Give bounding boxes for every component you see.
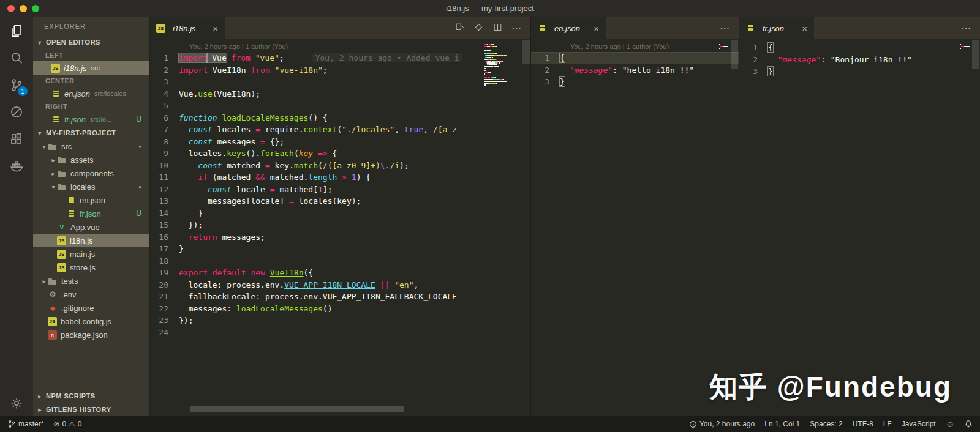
code-line[interactable]: 10 const matched = key.match(/([a-z0-9]+… — [150, 160, 530, 172]
code-line[interactable]: 7 const locales = require.context("./loc… — [150, 124, 530, 136]
minimize-window-button[interactable] — [20, 5, 27, 12]
code-line[interactable]: 20 locale: process.env.VUE_APP_I18N_LOCA… — [150, 279, 530, 291]
git-branch-status[interactable]: master* — [7, 420, 43, 428]
open-editor-fr.json[interactable]: fr.jsonsrc/lo...U — [33, 113, 149, 126]
open-editor-i18n.js[interactable]: JSi18n.jssrc — [33, 61, 149, 75]
code-line[interactable]: 16 return messages; — [150, 231, 530, 244]
file-store.js[interactable]: JSstore.js — [33, 261, 149, 274]
code-line[interactable]: 6function loadLocaleMessages() { — [150, 112, 530, 124]
code-line[interactable]: 2 "message": "Bonjour i18n !!" — [739, 54, 980, 66]
zoom-window-button[interactable] — [32, 5, 39, 12]
folder-locales[interactable]: ▾locales● — [33, 180, 149, 193]
code-line[interactable]: 5 — [150, 100, 530, 112]
minimap[interactable] — [484, 44, 521, 88]
folder-src[interactable]: ▾src● — [33, 140, 149, 153]
folder-tests[interactable]: ▸tests — [33, 274, 149, 288]
source-control-icon[interactable]: 1 — [7, 76, 26, 94]
file-babel.config.js[interactable]: JSbabel.config.js — [33, 315, 149, 328]
code-line[interactable]: 24 — [150, 327, 530, 339]
file-fr.json[interactable]: fr.jsonU — [33, 207, 149, 220]
vertical-scrollbar[interactable] — [971, 39, 980, 416]
vertical-scrollbar[interactable] — [522, 39, 530, 416]
code-line[interactable]: 1{ — [531, 52, 739, 64]
minimap[interactable] — [719, 44, 729, 50]
close-tab-icon[interactable]: × — [802, 23, 807, 34]
code-line[interactable]: 3} — [739, 65, 980, 78]
code-editor[interactable]: 1import Vue from "vue";You, 2 hours ago … — [150, 52, 530, 338]
code-line[interactable]: 18 — [150, 255, 530, 267]
code-line[interactable]: 13 messages[locale] = locales(key); — [150, 195, 530, 207]
horizontal-scrollbar[interactable] — [190, 406, 404, 412]
explorer-icon[interactable] — [7, 22, 26, 40]
code-line[interactable]: 23}); — [150, 315, 530, 327]
code-line[interactable]: 9 locales.keys().forEach(key => { — [150, 147, 530, 160]
more-actions-icon[interactable]: ⋯ — [720, 23, 730, 34]
settings-gear-icon[interactable] — [7, 394, 26, 412]
file-App.vue[interactable]: VApp.vue — [33, 220, 149, 234]
file-package.json[interactable]: npackage.json — [33, 328, 149, 341]
folder-components[interactable]: ▸components — [33, 166, 149, 180]
editor-pane-en-json: You, 2 hours ago | 1 author (You) 1{2 "m… — [531, 39, 739, 416]
file-main.js[interactable]: JSmain.js — [33, 247, 149, 261]
close-window-button[interactable] — [7, 5, 15, 12]
tab-i18n-js[interactable]: JS i18n.js × — [150, 17, 225, 39]
open-editors-header[interactable]: ▾ OPEN EDITORS — [33, 35, 149, 49]
gitlens-blame-status[interactable]: You, 2 hours ago — [689, 420, 755, 428]
code-line[interactable]: 3} — [531, 76, 739, 88]
vertical-scrollbar[interactable] — [730, 39, 739, 416]
npm-scripts-header[interactable]: ▸ NPM SCRIPTS — [33, 389, 149, 403]
minimap[interactable] — [960, 44, 971, 50]
tab-fr-json[interactable]: fr.json × — [739, 17, 814, 39]
code-line[interactable]: 19export default new VueI18n({ — [150, 267, 530, 279]
chevron-right-icon: ▸ — [36, 406, 43, 413]
chevron-down-icon: ▾ — [36, 130, 43, 136]
feedback-smiley-icon[interactable]: ☺ — [946, 419, 954, 429]
code-line[interactable]: 22 messages: loadLocaleMessages() — [150, 303, 530, 315]
cursor-position-status[interactable]: Ln 1, Col 1 — [764, 420, 800, 428]
file-.gitignore[interactable]: ◆.gitignore — [33, 301, 149, 315]
code-line[interactable]: 4Vue.use(VueI18n); — [150, 88, 530, 100]
gitlens-history-header[interactable]: ▸ GITLENS HISTORY — [33, 403, 149, 416]
open-editor-en.json[interactable]: en.jsonsrc/locales — [33, 87, 149, 100]
code-editor[interactable]: 1{2 "message": "Bonjour i18n !!"3} — [739, 42, 980, 78]
project-header[interactable]: ▾ MY-FIRST-PROJECT — [33, 126, 149, 140]
code-line[interactable]: 8 const messages = {}; — [150, 136, 530, 148]
extensions-icon[interactable] — [7, 130, 26, 148]
close-tab-icon[interactable]: × — [594, 23, 599, 34]
encoding-status[interactable]: UTF-8 — [853, 420, 873, 428]
docker-icon[interactable] — [7, 157, 26, 175]
file-i18n.js[interactable]: JSi18n.js — [33, 234, 149, 247]
debug-icon[interactable] — [7, 103, 26, 121]
code-line[interactable]: 11 if (matched && matched.length > 1) { — [150, 171, 530, 184]
code-line[interactable]: 17} — [150, 243, 530, 255]
language-mode-status[interactable]: JavaScript — [902, 420, 936, 428]
json-file-icon — [66, 209, 76, 218]
problems-status[interactable]: ⊘ 0 ⚠ 0 — [53, 420, 81, 428]
code-line[interactable]: 15 }); — [150, 219, 530, 231]
file-.env[interactable]: ⚙.env — [33, 288, 149, 301]
open-changes-icon[interactable] — [454, 22, 465, 35]
code-line[interactable]: 1import Vue from "vue";You, 2 hours ago … — [150, 52, 530, 64]
code-editor[interactable]: 1{2 "message": "hello i18n !!"3} — [531, 52, 739, 88]
code-line[interactable]: 12 const locale = matched[1]; — [150, 184, 530, 196]
codelens-annotation[interactable]: You, 2 hours ago | 1 author (You) — [189, 43, 530, 50]
code-line[interactable]: 2 "message": "hello i18n !!" — [531, 64, 739, 76]
gitlens-compare-icon[interactable] — [473, 22, 484, 35]
code-line[interactable]: 14 } — [150, 207, 530, 220]
indentation-status[interactable]: Spaces: 2 — [810, 420, 842, 428]
search-icon[interactable] — [7, 49, 26, 67]
tab-en-json[interactable]: en.json × — [531, 17, 606, 39]
code-line[interactable]: 21 fallbackLocale: process.env.VUE_APP_I… — [150, 291, 530, 303]
more-actions-icon[interactable]: ⋯ — [511, 23, 522, 34]
file-en.json[interactable]: en.json — [33, 193, 149, 207]
codelens-annotation[interactable]: You, 2 hours ago | 1 author (You) — [570, 43, 739, 50]
split-editor-icon[interactable] — [492, 22, 503, 35]
notifications-bell-icon[interactable] — [964, 420, 973, 428]
eol-status[interactable]: LF — [883, 420, 892, 428]
code-line[interactable]: 2import VueI18n from "vue-i18n"; — [150, 64, 530, 76]
code-line[interactable]: 3 — [150, 76, 530, 88]
code-line[interactable]: 1{ — [739, 42, 980, 54]
close-tab-icon[interactable]: × — [213, 23, 218, 34]
more-actions-icon[interactable]: ⋯ — [961, 23, 971, 34]
folder-assets[interactable]: ▸assets — [33, 153, 149, 166]
